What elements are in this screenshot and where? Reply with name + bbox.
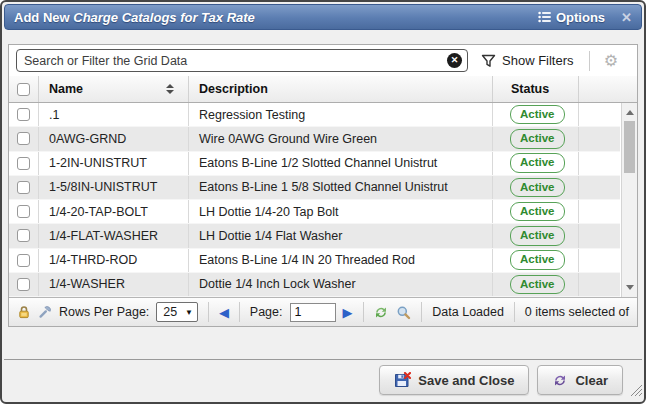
page-input[interactable] [290,303,336,322]
status-badge: Active [510,178,565,197]
row-description: Eatons B-Line 1/2 Slotted Channel Unistr… [189,152,493,175]
data-loaded-status: Data Loaded [432,305,504,319]
pagination-divider [363,302,364,322]
show-filters-button[interactable]: Show Filters [502,53,574,68]
row-checkbox[interactable] [17,108,30,121]
row-checkbox[interactable] [17,132,30,145]
lock-icon[interactable] [17,305,31,319]
row-name: .1 [39,103,189,126]
status-badge: Active [510,105,565,124]
previous-page-icon[interactable]: ◀ [219,306,229,319]
sort-icon[interactable] [166,84,174,94]
select-all-cell [9,76,39,102]
table-row[interactable]: 1/4-20-TAP-BOLT LH Dottie 1/4-20 Tap Bol… [9,200,620,223]
row-name: 1/4-THRD-ROD [39,249,189,272]
rows-per-page-select[interactable]: 25 ▼ [156,302,198,322]
row-checkbox[interactable] [17,254,30,267]
row-name: 1-5/8IN-UNISTRUT [39,176,189,199]
status-badge: Active [510,226,565,245]
row-checkbox[interactable] [17,181,30,194]
dialog-footer: Save and Close Clear [4,359,642,400]
grid-body: .1 Regression Testing Active 0AWG-GRND W… [9,103,637,297]
wrench-icon[interactable] [38,305,52,319]
column-header-spacer [579,76,637,102]
dialog-titlebar: Add New Charge Catalogs for Tax Rate Opt… [4,4,642,30]
row-description: Eatons B-Line 1 5/8 Slotted Channel Unis… [189,176,493,199]
table-row[interactable]: 1/4-THRD-ROD Eatons B-Line 1/4 IN 20 Thr… [9,249,620,272]
status-badge: Active [510,129,565,148]
table-row[interactable]: .1 Regression Testing Active [9,103,620,126]
pagination-toolbar: Rows Per Page: 25 ▼ ◀ Page: ▶ [9,297,637,326]
vertical-scrollbar[interactable] [621,103,637,297]
options-label: Options [556,10,605,25]
row-checkbox[interactable] [17,278,30,291]
column-header-status[interactable]: Status [493,76,579,102]
options-list-icon [538,11,551,23]
table-row[interactable]: 1/4-WASHER Dottie 1/4 Inch Lock Washer A… [9,272,620,297]
table-row[interactable]: 1-5/8IN-UNISTRUT Eatons B-Line 1 5/8 Slo… [9,175,620,200]
status-badge: Active [510,202,565,221]
search-icon[interactable] [396,305,411,320]
clear-button[interactable]: Clear [537,365,623,395]
search-box: ✕ [16,49,468,72]
save-and-close-button[interactable]: Save and Close [379,365,529,395]
select-all-checkbox[interactable] [17,83,30,96]
row-description: Dottie 1/4 Inch Lock Washer [189,273,493,296]
gear-icon[interactable]: ⚙ [604,53,618,69]
rows-per-page-value: 25 [163,305,177,319]
status-badge: Active [510,250,565,269]
titlebar-controls: Options ✕ [538,10,632,25]
toolbar-divider [589,51,590,71]
status-badge: Active [510,275,565,294]
column-header-name-label: Name [49,82,83,96]
clear-refresh-icon [552,373,568,388]
pagination-divider [239,302,240,322]
search-toolbar: ✕ Show Filters ⚙ [9,45,637,76]
status-badge: Active [510,153,565,172]
pagination-divider [208,302,209,322]
row-description: Eatons B-Line 1/4 IN 20 Threaded Rod [189,249,493,272]
table-row[interactable]: 1-2IN-UNISTRUT Eatons B-Line 1/2 Slotted… [9,152,620,175]
column-header-name[interactable]: Name [39,76,189,102]
row-name: 1/4-WASHER [39,273,189,296]
table-row[interactable]: 0AWG-GRND Wire 0AWG Ground Wire Green Ac… [9,126,620,151]
row-name: 1/4-FLAT-WASHER [39,224,189,247]
row-description: Regression Testing [189,103,493,126]
save-icon [394,372,411,388]
table-row[interactable]: 1/4-FLAT-WASHER LH Dottie 1/4 Flat Washe… [9,223,620,248]
dialog-title-entity: Charge Catalogs for Tax Rate [73,10,255,25]
row-checkbox[interactable] [17,157,30,170]
column-header-description-label: Description [199,82,268,96]
page-label: Page: [250,305,283,319]
clear-search-icon[interactable]: ✕ [447,53,462,68]
options-button[interactable]: Options [538,10,605,25]
scroll-up-icon[interactable] [626,110,634,115]
add-charge-catalogs-dialog: Add New Charge Catalogs for Tax Rate Opt… [0,0,646,404]
chevron-down-icon: ▼ [185,308,193,317]
scroll-down-icon[interactable] [626,285,634,290]
row-name: 1-2IN-UNISTRUT [39,152,189,175]
resize-grip[interactable] [629,382,642,400]
rows-per-page-label: Rows Per Page: [59,305,149,319]
row-description: LH Dottie 1/4 Flat Washer [189,224,493,247]
row-name: 1/4-20-TAP-BOLT [39,200,189,223]
filter-funnel-icon[interactable] [481,54,496,68]
scrollbar-thumb[interactable] [624,121,635,173]
row-description: LH Dottie 1/4-20 Tap Bolt [189,200,493,223]
pagination-divider [514,302,515,322]
search-input[interactable] [24,54,447,68]
next-page-icon[interactable]: ▶ [343,306,353,319]
row-description: Wire 0AWG Ground Wire Green [189,127,493,150]
refresh-icon[interactable] [373,305,389,320]
selection-count: 0 items selected of [525,305,629,319]
dialog-title-prefix: Add New [14,10,70,25]
row-checkbox[interactable] [17,229,30,242]
column-header-description[interactable]: Description [189,76,493,102]
row-checkbox[interactable] [17,205,30,218]
close-icon[interactable]: ✕ [621,10,632,25]
row-name: 0AWG-GRND [39,127,189,150]
column-header-status-label: Status [511,82,549,96]
grid-header-row: Name Description Status [9,76,637,103]
dialog-title: Add New Charge Catalogs for Tax Rate [14,10,255,25]
pagination-divider [421,302,422,322]
